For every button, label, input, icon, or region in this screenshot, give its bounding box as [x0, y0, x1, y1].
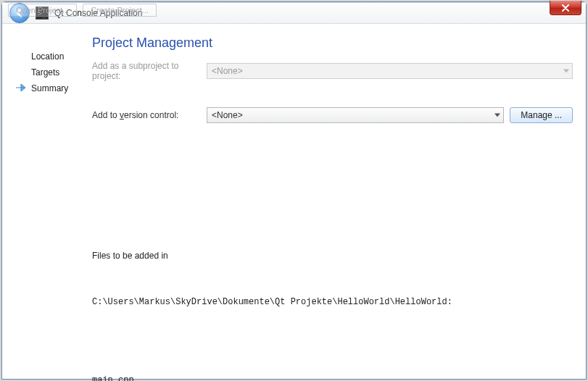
background-tab: Create Project... [83, 4, 156, 17]
subproject-combo: <None> [207, 63, 573, 79]
vcs-combo[interactable]: <None> [207, 107, 504, 123]
vcs-label-pre: Add to [92, 110, 120, 120]
vcs-row: Add to version control: <None> Manage ..… [92, 107, 573, 123]
arrow-right-icon [15, 83, 28, 93]
wizard-window: Open Project... Create Project... >_ Qt … [1, 1, 587, 380]
subproject-label: Add as a subproject to project: [92, 61, 201, 81]
files-path: C:\Users\Markus\SkyDrive\Dokumente\Qt Pr… [92, 296, 573, 309]
close-button[interactable] [550, 1, 581, 15]
files-list: main.cpp HelloWorld.pro [92, 374, 573, 381]
wizard-sidebar: Location Targets Summary [15, 35, 85, 381]
sidebar-item-location[interactable]: Location [15, 49, 85, 64]
vcs-combo-value: <None> [212, 110, 243, 120]
wizard-content: Location Targets Summary Project Managem… [2, 24, 586, 381]
background-tab: Open Project... [8, 4, 77, 17]
vcs-label-post: ersion control: [124, 110, 178, 120]
close-icon [561, 4, 570, 12]
files-block: Files to be added in C:\Users\Markus\Sky… [92, 222, 573, 381]
sidebar-item-summary[interactable]: Summary [15, 80, 85, 96]
titlebar: Open Project... Create Project... [2, 2, 586, 3]
subproject-row: Add as a subproject to project: <None> [92, 61, 573, 81]
vcs-label: Add to version control: [92, 110, 201, 120]
files-heading: Files to be added in [92, 249, 573, 263]
sidebar-item-targets[interactable]: Targets [15, 64, 85, 80]
page-title: Project Management [92, 35, 573, 51]
subproject-combo-value: <None> [212, 66, 243, 76]
manage-button[interactable]: Manage ... [510, 107, 573, 123]
wizard-main: Project Management Add as a subproject t… [92, 35, 573, 381]
sidebar-item-label: Summary [31, 83, 68, 93]
sidebar-item-label: Targets [31, 67, 59, 78]
sidebar-item-label: Location [31, 51, 64, 62]
chevron-down-icon [494, 114, 500, 117]
chevron-down-icon [563, 70, 569, 73]
background-tabs: Open Project... Create Project... [8, 4, 157, 17]
